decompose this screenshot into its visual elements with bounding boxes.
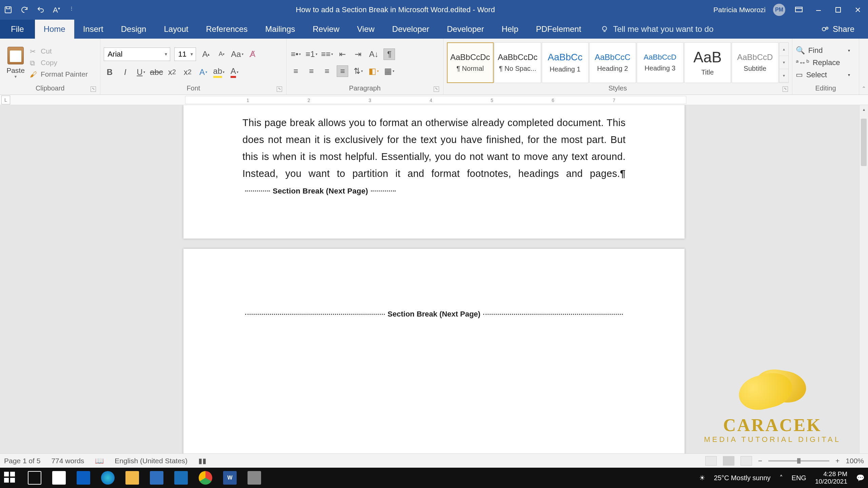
select-button[interactable]: ▭Select▾ <box>796 70 850 79</box>
borders-icon[interactable]: ▦▾ <box>383 65 395 77</box>
clear-format-icon[interactable]: A̸ <box>247 48 258 60</box>
weather-icon[interactable]: ☀ <box>699 474 705 482</box>
printer-icon[interactable] <box>248 471 261 485</box>
web-layout-icon[interactable] <box>741 456 752 466</box>
subscript-button[interactable]: x2 <box>166 66 178 78</box>
line-spacing-icon[interactable]: ⇅▾ <box>352 65 364 77</box>
save-icon[interactable] <box>4 6 12 14</box>
number-list-icon[interactable]: ≡1▾ <box>305 48 317 60</box>
bullet-list-icon[interactable]: ≡•▾ <box>290 48 301 60</box>
zoom-slider[interactable] <box>768 460 829 462</box>
maximize-icon[interactable] <box>832 6 844 14</box>
clipboard-launcher-icon[interactable]: ⤡ <box>91 86 96 92</box>
tab-file[interactable]: File <box>0 20 35 39</box>
font-size-combo[interactable]: 11▼ <box>174 47 196 61</box>
tab-developer[interactable]: Developer <box>383 20 438 39</box>
grow-font-icon[interactable]: A▴ <box>200 48 212 60</box>
tab-review[interactable]: Review <box>304 20 348 39</box>
superscript-button[interactable]: x2 <box>182 66 193 78</box>
style-normal[interactable]: AaBbCcDc¶ Normal <box>447 42 494 83</box>
align-center-icon[interactable]: ≡ <box>305 65 317 77</box>
tab-insert[interactable]: Insert <box>74 20 112 39</box>
tab-view[interactable]: View <box>348 20 383 39</box>
font-launcher-icon[interactable]: ⤡ <box>277 86 282 92</box>
scroll-thumb[interactable] <box>861 119 867 166</box>
tab-help[interactable]: Help <box>493 20 527 39</box>
tab-home[interactable]: Home <box>35 20 74 39</box>
notification-icon[interactable]: 💬 <box>856 474 865 482</box>
text-effects-icon[interactable]: A▾ <box>197 66 209 78</box>
style-title[interactable]: AaBTitle <box>684 42 731 83</box>
italic-button[interactable]: I <box>119 66 131 78</box>
sort-icon[interactable]: A↓ <box>368 48 379 60</box>
paragraph-launcher-icon[interactable]: ⤡ <box>434 86 439 92</box>
font-color-icon[interactable]: A▾ <box>229 66 240 78</box>
format-painter-button[interactable]: 🖌 Format Painter <box>30 70 88 78</box>
chrome-icon[interactable] <box>199 471 212 485</box>
tellme-search[interactable]: Tell me what you want to do <box>597 20 717 39</box>
clock[interactable]: 4:28 PM 10/20/2021 <box>815 470 847 485</box>
vertical-scrollbar[interactable]: ▴ ▾ <box>859 105 868 463</box>
tab-pdfelement[interactable]: PDFelement <box>527 20 590 39</box>
close-icon[interactable] <box>852 6 864 14</box>
keyboard-lang[interactable]: ENG <box>792 474 806 482</box>
weather-text[interactable]: 25°C Mostly sunny <box>714 474 771 482</box>
edge-icon[interactable] <box>101 471 115 485</box>
shading-icon[interactable]: ◧▾ <box>368 65 379 77</box>
paste-button[interactable]: Paste ▼ <box>3 41 28 84</box>
page-2[interactable]: Section Break (Next Page) <box>183 249 685 459</box>
word-new-icon[interactable] <box>150 471 163 485</box>
font-name-combo[interactable]: Arial▼ <box>104 47 170 61</box>
font-size-icon[interactable]: A▾ <box>53 6 61 14</box>
style-subtitle[interactable]: AaBbCcDSubtitle <box>732 42 778 83</box>
refresh-icon[interactable] <box>20 6 28 14</box>
print-layout-icon[interactable] <box>723 456 734 466</box>
cut-button[interactable]: ✂ Cut <box>30 47 88 55</box>
copy-button[interactable]: ⧉ Copy <box>30 59 88 67</box>
multilevel-list-icon[interactable]: ≡≡▾ <box>321 48 333 60</box>
word-count[interactable]: 774 words <box>51 457 84 465</box>
strikethrough-button[interactable]: abc <box>151 66 162 78</box>
minimize-icon[interactable] <box>812 6 825 14</box>
share-button[interactable]: Share <box>808 20 868 39</box>
style-gallery-more[interactable]: ▴▾▾ <box>779 42 789 83</box>
style-heading2[interactable]: AaBbCcCHeading 2 <box>589 42 636 83</box>
word-taskbar-icon[interactable]: W <box>223 471 237 485</box>
horizontal-ruler[interactable]: 1 2 3 4 5 6 7 <box>185 96 686 104</box>
zoom-in-icon[interactable]: + <box>835 457 840 465</box>
shrink-font-icon[interactable]: A▾ <box>216 48 227 60</box>
scroll-up-icon[interactable]: ▴ <box>860 105 868 114</box>
tab-mailings[interactable]: Mailings <box>256 20 304 39</box>
ribbon-display-icon[interactable] <box>793 6 805 14</box>
styles-launcher-icon[interactable]: ⤡ <box>783 86 788 92</box>
underline-button[interactable]: U▾ <box>135 66 146 78</box>
movies-icon[interactable] <box>174 471 188 485</box>
replace-button[interactable]: ᵃ↔ᵇReplace <box>796 58 850 67</box>
store-icon[interactable] <box>52 471 66 485</box>
decrease-indent-icon[interactable]: ⇤ <box>337 48 348 60</box>
spellcheck-icon[interactable]: 📖 <box>95 457 104 465</box>
mail-icon[interactable] <box>77 471 90 485</box>
tab-references[interactable]: References <box>197 20 257 39</box>
style-no-spacing[interactable]: AaBbCcDc¶ No Spac... <box>494 42 541 83</box>
page-status[interactable]: Page 1 of 5 <box>4 457 40 465</box>
tab-developer-2[interactable]: Developer <box>438 20 493 39</box>
collapse-ribbon-icon[interactable]: ⌃ <box>862 85 866 92</box>
align-left-icon[interactable]: ≡ <box>290 65 301 77</box>
align-right-icon[interactable]: ≡ <box>321 65 333 77</box>
undo-icon[interactable] <box>37 6 45 14</box>
task-view-icon[interactable] <box>28 471 41 485</box>
page-1[interactable]: This page break allows you to format an … <box>183 105 685 239</box>
highlight-icon[interactable]: ab▾ <box>213 66 224 78</box>
tab-design[interactable]: Design <box>112 20 155 39</box>
tab-selector[interactable]: L <box>1 96 10 104</box>
style-heading3[interactable]: AaBbCcDHeading 3 <box>637 42 684 83</box>
explorer-icon[interactable] <box>125 471 139 485</box>
tray-chevron-icon[interactable]: ˄ <box>780 474 783 482</box>
macro-icon[interactable]: ▮▮ <box>198 457 206 465</box>
increase-indent-icon[interactable]: ⇥ <box>352 48 364 60</box>
find-button[interactable]: 🔍Find▾ <box>796 46 850 55</box>
change-case-icon[interactable]: Aa▾ <box>231 48 243 60</box>
zoom-out-icon[interactable]: − <box>758 457 762 465</box>
qat-customize-icon[interactable]: ⋮ <box>69 6 77 14</box>
